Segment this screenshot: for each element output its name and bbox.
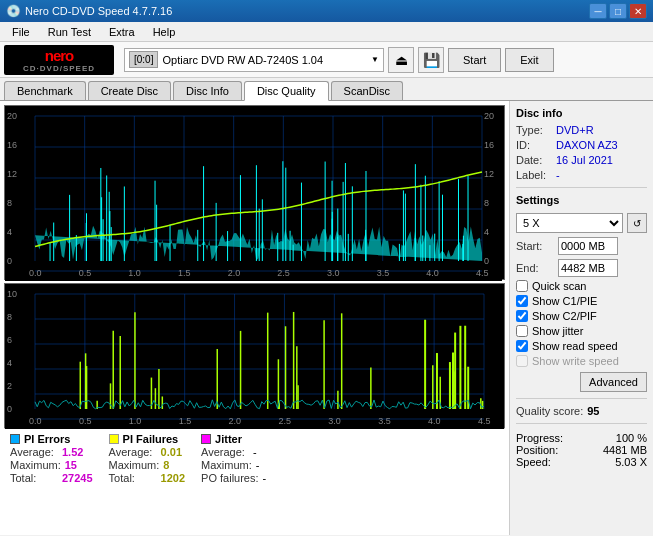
pi-errors-max-label: Maximum:	[10, 459, 61, 471]
speed-select[interactable]: 5 X Max 2 X 4 X	[516, 213, 623, 233]
tab-benchmark[interactable]: Benchmark	[4, 81, 86, 100]
speed-label: Speed:	[516, 456, 551, 468]
show-read-speed-row: Show read speed	[516, 340, 647, 352]
tab-disc-quality[interactable]: Disc Quality	[244, 81, 329, 101]
charts-area: PI Errors Average: 1.52 Maximum: 15 Tota…	[0, 101, 509, 535]
quick-scan-checkbox[interactable]	[516, 280, 528, 292]
jitter-max-value: -	[256, 459, 260, 471]
pi-failures-header: PI Failures	[109, 433, 185, 445]
show-jitter-checkbox[interactable]	[516, 325, 528, 337]
disc-type-label: Type:	[516, 124, 552, 136]
maximize-button[interactable]: □	[609, 3, 627, 19]
pi-errors-title: PI Errors	[24, 433, 70, 445]
tab-create-disc[interactable]: Create Disc	[88, 81, 171, 100]
save-button[interactable]: 💾	[418, 47, 444, 73]
jitter-po-row: PO failures: -	[201, 472, 266, 484]
pi-failures-total-label: Total:	[109, 472, 157, 484]
bottom-chart	[4, 283, 505, 428]
disc-id-label: ID:	[516, 139, 552, 151]
drive-selector[interactable]: [0:0] Optiarc DVD RW AD-7240S 1.04 ▼	[124, 48, 384, 72]
disc-date-row: Date: 16 Jul 2021	[516, 154, 647, 166]
close-button[interactable]: ✕	[629, 3, 647, 19]
pi-errors-avg-value: 1.52	[62, 446, 83, 458]
speed-row-progress: Speed: 5.03 X	[516, 456, 647, 468]
disc-type-value: DVD+R	[556, 124, 594, 136]
pi-failures-total-row: Total: 1202	[109, 472, 185, 484]
exit-button[interactable]: Exit	[505, 48, 553, 72]
pi-failures-max-label: Maximum:	[109, 459, 160, 471]
position-value: 4481 MB	[603, 444, 647, 456]
menu-extra[interactable]: Extra	[101, 24, 143, 40]
start-button[interactable]: Start	[448, 48, 501, 72]
tabs-bar: Benchmark Create Disc Disc Info Disc Qua…	[0, 78, 653, 101]
jitter-max-label: Maximum:	[201, 459, 252, 471]
menu-help[interactable]: Help	[145, 24, 184, 40]
pi-errors-avg-label: Average:	[10, 446, 58, 458]
main-content: PI Errors Average: 1.52 Maximum: 15 Tota…	[0, 101, 653, 535]
show-write-speed-checkbox	[516, 355, 528, 367]
tab-disc-info[interactable]: Disc Info	[173, 81, 242, 100]
progress-row: Progress: 100 %	[516, 432, 647, 444]
disc-label-label: Label:	[516, 169, 552, 181]
show-write-speed-label: Show write speed	[532, 355, 619, 367]
pi-failures-avg-row: Average: 0.01	[109, 446, 185, 458]
position-label: Position:	[516, 444, 558, 456]
pi-failures-max-value: 8	[163, 459, 169, 471]
jitter-avg-value: -	[253, 446, 257, 458]
speed-row: 5 X Max 2 X 4 X ↺	[516, 213, 647, 233]
settings-title: Settings	[516, 194, 647, 206]
show-c2-row: Show C2/PIF	[516, 310, 647, 322]
show-jitter-row: Show jitter	[516, 325, 647, 337]
show-jitter-label: Show jitter	[532, 325, 583, 337]
end-field-input[interactable]	[558, 259, 618, 277]
pi-failures-avg-label: Average:	[109, 446, 157, 458]
pi-errors-total-row: Total: 27245	[10, 472, 93, 484]
menu-bar: File Run Test Extra Help	[0, 22, 653, 42]
advanced-button[interactable]: Advanced	[580, 372, 647, 392]
jitter-avg-row: Average: -	[201, 446, 266, 458]
divider-1	[516, 187, 647, 188]
jitter-max-row: Maximum: -	[201, 459, 266, 471]
show-c1-checkbox[interactable]	[516, 295, 528, 307]
menu-run-test[interactable]: Run Test	[40, 24, 99, 40]
end-field-row: End:	[516, 259, 647, 277]
nero-logo: nero CD·DVD/SPEED	[4, 45, 114, 75]
refresh-button[interactable]: ↺	[627, 213, 647, 233]
disc-label-row: Label: -	[516, 169, 647, 181]
jitter-title: Jitter	[215, 433, 242, 445]
pi-errors-max-row: Maximum: 15	[10, 459, 93, 471]
pi-errors-total-label: Total:	[10, 472, 58, 484]
top-chart	[4, 105, 505, 280]
pi-errors-avg-row: Average: 1.52	[10, 446, 93, 458]
show-write-speed-row: Show write speed	[516, 355, 647, 367]
minimize-button[interactable]: ─	[589, 3, 607, 19]
title-bar: 💿 Nero CD-DVD Speed 4.7.7.16 ─ □ ✕	[0, 0, 653, 22]
dropdown-arrow-icon: ▼	[371, 55, 379, 64]
tab-scan-disc[interactable]: ScanDisc	[331, 81, 403, 100]
pi-failures-title: PI Failures	[123, 433, 179, 445]
pi-errors-group: PI Errors Average: 1.52 Maximum: 15 Tota…	[10, 433, 93, 484]
pi-failures-color	[109, 434, 119, 444]
show-c1-row: Show C1/PIE	[516, 295, 647, 307]
show-read-speed-checkbox[interactable]	[516, 340, 528, 352]
toolbar: nero CD·DVD/SPEED [0:0] Optiarc DVD RW A…	[0, 42, 653, 78]
disc-id-row: ID: DAXON AZ3	[516, 139, 647, 151]
pi-errors-max-value: 15	[65, 459, 77, 471]
disc-type-row: Type: DVD+R	[516, 124, 647, 136]
eject-button[interactable]: ⏏	[388, 47, 414, 73]
pi-errors-color	[10, 434, 20, 444]
pi-failures-avg-value: 0.01	[161, 446, 182, 458]
pi-failures-max-row: Maximum: 8	[109, 459, 185, 471]
bottom-chart-canvas	[5, 284, 504, 429]
start-field-label: Start:	[516, 240, 554, 252]
title-bar-icon: 💿	[6, 4, 21, 18]
start-field-input[interactable]	[558, 237, 618, 255]
jitter-group: Jitter Average: - Maximum: - PO failures…	[201, 433, 266, 484]
title-bar-title: Nero CD-DVD Speed 4.7.7.16	[25, 5, 172, 17]
jitter-avg-label: Average:	[201, 446, 249, 458]
show-c2-checkbox[interactable]	[516, 310, 528, 322]
disc-label-value: -	[556, 169, 560, 181]
progress-section: Progress: 100 % Position: 4481 MB Speed:…	[516, 432, 647, 468]
menu-file[interactable]: File	[4, 24, 38, 40]
jitter-header: Jitter	[201, 433, 266, 445]
